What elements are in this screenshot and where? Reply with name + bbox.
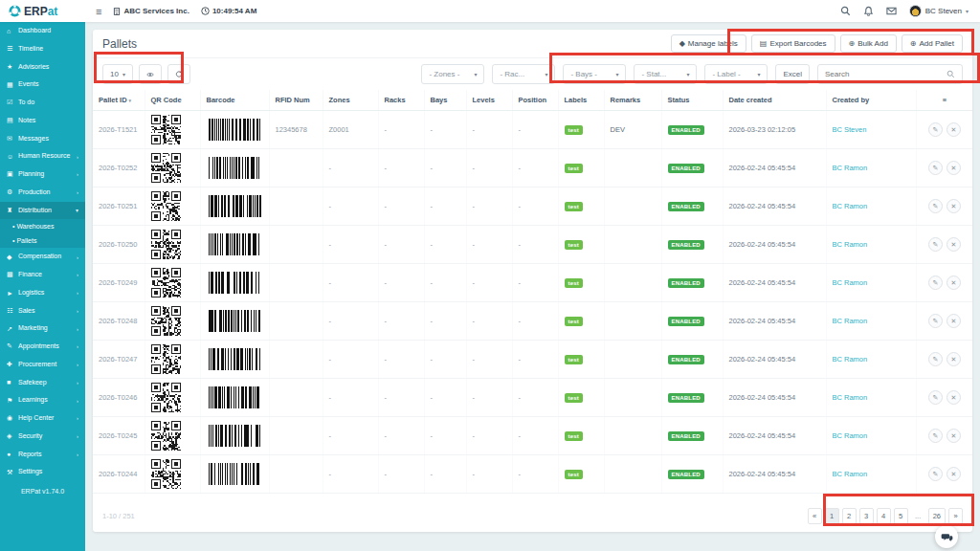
col-header-remarks[interactable]: Remarks <box>604 90 661 111</box>
sidebar-item-procurement[interactable]: ✚ Procurement › <box>0 356 85 374</box>
pallet-id-link[interactable]: 2026-T0252 <box>99 164 137 172</box>
edit-button[interactable]: ✎ <box>928 161 943 175</box>
created-by-link[interactable]: BC Steven <box>833 125 867 134</box>
col-header-bays[interactable]: Bays <box>424 90 466 111</box>
racks-filter-select[interactable]: - Rac...▾ <box>492 64 555 84</box>
pallet-id-link[interactable]: 2026-T0246 <box>99 393 137 402</box>
edit-button[interactable]: ✎ <box>928 467 943 481</box>
delete-button[interactable]: ✕ <box>947 314 961 328</box>
chat-button[interactable] <box>935 525 958 548</box>
pallet-id-link[interactable]: 2026-T0245 <box>99 431 137 440</box>
created-by-link[interactable]: BC Ramon <box>833 431 868 440</box>
sidebar-item-advisories[interactable]: ★ Advisories <box>0 58 85 77</box>
delete-button[interactable]: ✕ <box>947 161 961 175</box>
user-menu[interactable]: BC Steven ▾ <box>909 5 969 17</box>
delete-button[interactable]: ✕ <box>947 122 961 137</box>
sidebar-item-warehouses[interactable]: • Warehouses <box>0 219 85 233</box>
page-next-button[interactable]: » <box>948 508 963 524</box>
sidebar-item-appointments[interactable]: ✎ Appointments › <box>0 338 85 356</box>
sidebar-item-notes[interactable]: ▤ Notes <box>0 112 85 130</box>
col-header-barcode[interactable]: Barcode <box>200 90 269 111</box>
menu-toggle-icon[interactable]: ≡ <box>96 6 101 17</box>
zones-filter-select[interactable]: - Zones -▾ <box>421 64 484 84</box>
sidebar-item-logistics[interactable]: ► Logistics › <box>0 284 85 302</box>
created-by-link[interactable]: BC Ramon <box>833 355 868 364</box>
edit-button[interactable]: ✎ <box>928 237 943 252</box>
delete-button[interactable]: ✕ <box>947 199 961 213</box>
manage-labels-button[interactable]: ◆Manage labels <box>671 34 746 53</box>
page-button-4[interactable]: 4 <box>877 508 891 524</box>
sidebar-item-dashboard[interactable]: ⌂ Dashboard <box>0 22 85 40</box>
sidebar-item-human-resource[interactable]: ☺ Human Resource › <box>0 147 85 165</box>
sidebar-item-pallets[interactable]: • Pallets <box>0 233 85 248</box>
excel-export-button[interactable]: Excel <box>775 64 810 84</box>
sidebar-item-distribution[interactable]: ♜ Distribution ▾ <box>0 202 85 220</box>
col-header-qr-code[interactable]: QR Code <box>145 90 200 111</box>
created-by-link[interactable]: BC Ramon <box>833 317 868 325</box>
col-header-status[interactable]: Status <box>661 90 723 111</box>
page-button-3[interactable]: 3 <box>859 508 874 524</box>
sidebar-item-compensation[interactable]: ◆ Compensation › <box>0 248 85 266</box>
mail-icon[interactable] <box>886 6 897 16</box>
delete-button[interactable]: ✕ <box>947 352 961 366</box>
created-by-link[interactable]: BC Ramon <box>833 393 868 402</box>
col-header-zones[interactable]: Zones <box>323 90 378 111</box>
created-by-link[interactable]: BC Ramon <box>833 202 868 210</box>
edit-button[interactable]: ✎ <box>928 314 943 328</box>
edit-button[interactable]: ✎ <box>928 276 943 290</box>
sidebar-item-messages[interactable]: ✉ Messages <box>0 130 85 148</box>
delete-button[interactable]: ✕ <box>947 429 961 443</box>
col-header-date-created[interactable]: Date created <box>723 90 826 111</box>
pallet-id-link[interactable]: 2026-T0251 <box>99 202 137 210</box>
bell-icon[interactable] <box>863 6 874 16</box>
sidebar-item-reports[interactable]: ● Reports › <box>0 446 85 464</box>
export-barcodes-button[interactable]: ▤Export Barcodes <box>751 34 835 53</box>
label-filter-select[interactable]: - Label -▾ <box>704 64 768 84</box>
pallet-id-link[interactable]: 2026-T1521 <box>99 125 137 134</box>
page-button-5[interactable]: 5 <box>894 508 908 524</box>
delete-button[interactable]: ✕ <box>947 237 961 252</box>
status-filter-select[interactable]: - Stat...▾ <box>634 64 697 84</box>
add-pallet-button[interactable]: ⊕Add Pallet <box>902 34 963 53</box>
created-by-link[interactable]: BC Ramon <box>833 278 868 287</box>
edit-button[interactable]: ✎ <box>928 429 943 443</box>
page-size-select[interactable]: 10 ▾ <box>102 64 133 84</box>
sidebar-item-security[interactable]: ◈ Security › <box>0 428 85 446</box>
pallet-id-link[interactable]: 2026-T0244 <box>99 470 137 478</box>
created-by-link[interactable]: BC Ramon <box>833 164 868 172</box>
sidebar-item-events[interactable]: ▦ Events <box>0 76 85 94</box>
sidebar-item-timeline[interactable]: ☰ Timeline <box>0 40 85 58</box>
col-header-pallet-id[interactable]: Pallet ID▾ <box>93 90 145 111</box>
bulk-add-button[interactable]: ⊕Bulk Add <box>840 34 897 53</box>
pallet-id-link[interactable]: 2026-T0249 <box>99 278 137 287</box>
page-prev-button[interactable]: « <box>808 508 822 524</box>
sidebar-item-planning[interactable]: ▣ Planning › <box>0 165 85 184</box>
sidebar-item-help-center[interactable]: ◉ Help Center › <box>0 409 85 428</box>
delete-button[interactable]: ✕ <box>947 390 961 405</box>
search-icon[interactable] <box>840 6 851 16</box>
delete-button[interactable]: ✕ <box>947 276 961 290</box>
sidebar-item-marketing[interactable]: ↗ Marketing › <box>0 320 85 338</box>
col-header-menu[interactable]: ≡ <box>916 90 972 111</box>
page-button-1[interactable]: 1 <box>825 508 839 524</box>
sidebar-item-to-do[interactable]: ☑ To do <box>0 94 85 112</box>
bays-filter-select[interactable]: - Bays -▾ <box>563 64 626 84</box>
sidebar-item-learnings[interactable]: ⚑ Learnings › <box>0 391 85 409</box>
edit-button[interactable]: ✎ <box>928 390 943 405</box>
refresh-button[interactable] <box>167 64 190 84</box>
col-header-racks[interactable]: Racks <box>378 90 424 111</box>
edit-button[interactable]: ✎ <box>928 199 943 213</box>
column-visibility-button[interactable] <box>139 64 162 84</box>
pallet-id-link[interactable]: 2026-T0248 <box>99 317 137 325</box>
edit-button[interactable]: ✎ <box>928 352 943 366</box>
created-by-link[interactable]: BC Ramon <box>833 470 868 478</box>
col-header-labels[interactable]: Labels <box>558 90 604 111</box>
created-by-link[interactable]: BC Ramon <box>833 240 868 249</box>
col-header-created-by[interactable]: Created by <box>826 90 916 111</box>
delete-button[interactable]: ✕ <box>947 467 961 481</box>
col-header-position[interactable]: Position <box>512 90 558 111</box>
pallet-id-link[interactable]: 2026-T0250 <box>99 240 137 249</box>
page-button-26[interactable]: 26 <box>928 508 946 524</box>
col-header-levels[interactable]: Levels <box>466 90 512 111</box>
sidebar-item-settings[interactable]: ⚒ Settings <box>0 463 85 481</box>
